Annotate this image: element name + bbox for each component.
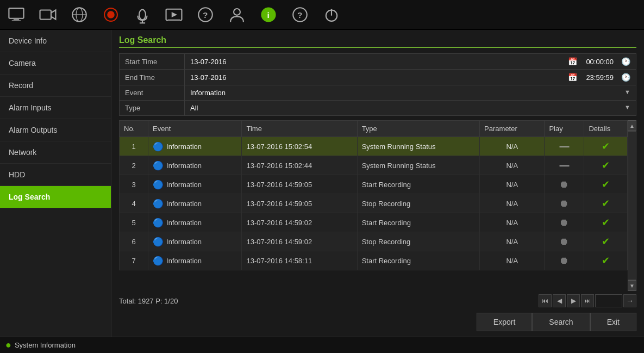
start-date-cell[interactable]: 13-07-2016 📅 00:00:00 🕐 [185,54,636,70]
row-time: 13-07-2016 14:59:05 [242,175,357,194]
record-icon[interactable] [100,4,122,26]
play-circle-icon[interactable]: ⏺ [559,236,569,247]
play-circle-icon[interactable]: ⏺ [559,255,569,266]
type-dropdown-arrow: ▼ [624,104,630,110]
row-event: 🔵 Information [148,251,242,270]
camera-icon[interactable] [37,4,59,26]
help-icon[interactable]: ? [195,4,216,26]
info-bubble-icon: 🔵 [153,199,164,209]
table-row[interactable]: 1 🔵 Information 13-07-2016 15:02:54 Syst… [120,137,628,156]
row-details[interactable]: ✔ [584,232,628,251]
monitor-icon[interactable] [5,4,27,26]
page-input[interactable] [595,294,622,307]
start-calendar-icon[interactable]: 📅 [568,57,577,66]
row-parameter: N/A [480,251,545,270]
sidebar-item-hdd[interactable]: HDD [0,164,111,186]
table-row[interactable]: 2 🔵 Information 13-07-2016 15:02:44 Syst… [120,156,628,175]
sidebar-item-alarm-inputs[interactable]: Alarm Inputs [0,97,111,119]
end-date-cell[interactable]: 13-07-2016 📅 23:59:59 🕐 [185,70,636,85]
statusbar: ● System Information [0,337,644,353]
network-globe-icon[interactable] [68,4,90,26]
row-play[interactable]: ⏺ [545,232,584,251]
table-row[interactable]: 4 🔵 Information 13-07-2016 14:59:05 Stop… [120,194,628,213]
page-next-btn[interactable]: ▶ [567,294,580,307]
export-button[interactable]: Export [477,313,532,331]
search-button[interactable]: Search [532,313,590,331]
svg-rect-0 [9,8,23,18]
row-details[interactable]: ✔ [584,194,628,213]
row-details[interactable]: ✔ [584,137,628,156]
row-details[interactable]: ✔ [584,175,628,194]
details-check-icon[interactable]: ✔ [602,179,610,190]
th-parameter: Parameter [480,121,545,137]
svg-marker-14 [172,11,177,17]
end-calendar-icon[interactable]: 📅 [568,73,577,82]
info-bubble-icon: 🔵 [153,237,164,247]
row-event: 🔵 Information [148,137,242,156]
event-value: Information [190,89,226,97]
page-go-btn[interactable]: → [623,294,636,307]
start-time-label: Start Time [120,54,185,70]
svg-rect-13 [168,19,180,21]
row-play[interactable]: ⏺ [545,175,584,194]
row-play[interactable]: ⏺ [545,251,584,270]
page-prev-btn[interactable]: ◀ [553,294,566,307]
sidebar-item-alarm-outputs[interactable]: Alarm Outputs [0,119,111,141]
end-clock-icon[interactable]: 🕐 [621,73,630,82]
details-check-icon[interactable]: ✔ [602,217,610,228]
row-parameter: N/A [480,194,545,213]
row-play[interactable]: ⏺ [545,194,584,213]
details-check-icon[interactable]: ✔ [602,160,610,171]
start-date-value: 13-07-2016 [190,58,227,66]
audio-icon[interactable] [132,4,153,26]
details-check-icon[interactable]: ✔ [602,198,610,209]
row-details[interactable]: ✔ [584,251,628,270]
row-type: Start Recording [357,213,479,232]
play-circle-icon[interactable]: ⏺ [559,179,569,190]
table-row[interactable]: 6 🔵 Information 13-07-2016 14:59:02 Stop… [120,232,628,251]
filter-table: Start Time 13-07-2016 📅 00:00:00 🕐 End T… [119,53,636,116]
details-check-icon[interactable]: ✔ [602,141,610,152]
question-circle-icon[interactable]: ? [289,4,311,26]
action-buttons: Export Search Exit [119,313,636,331]
scroll-up-btn[interactable]: ▲ [628,120,636,131]
sidebar-item-log-search[interactable]: Log Search [0,186,111,208]
table-row[interactable]: 7 🔵 Information 13-07-2016 14:58:11 Star… [120,251,628,270]
page-first-btn[interactable]: ⏮ [539,294,552,307]
details-check-icon[interactable]: ✔ [602,255,610,266]
row-play[interactable]: ⏺ [545,213,584,232]
row-details[interactable]: ✔ [584,156,628,175]
sidebar-item-camera[interactable]: Camera [0,52,111,75]
sidebar-item-device-info[interactable]: Device Info [0,30,111,52]
row-no: 2 [120,156,148,175]
user-icon[interactable] [226,4,248,26]
table-row[interactable]: 3 🔵 Information 13-07-2016 14:59:05 Star… [120,175,628,194]
row-no: 5 [120,213,148,232]
info-active-icon[interactable]: i [258,4,279,26]
scroll-track [628,131,636,280]
status-info-icon: ● [5,339,11,351]
details-check-icon[interactable]: ✔ [602,236,610,247]
exit-button[interactable]: Exit [590,313,636,331]
pagination-controls: ⏮ ◀ ▶ ⏭ → [539,294,636,307]
play-circle-icon[interactable]: ⏺ [559,217,569,228]
play-circle-icon[interactable]: ⏺ [559,198,569,209]
playback-icon[interactable] [163,4,185,26]
log-table: No. Event Time Type Parameter Play Detai… [119,120,628,270]
power-icon[interactable] [321,4,342,26]
row-details[interactable]: ✔ [584,213,628,232]
event-dropdown[interactable]: Information ▼ [185,85,636,101]
row-play[interactable]: — [545,156,584,175]
sidebar-item-record[interactable]: Record [0,75,111,97]
table-row[interactable]: 5 🔵 Information 13-07-2016 14:59:02 Star… [120,213,628,232]
sidebar-item-network[interactable]: Network [0,141,111,164]
page-last-btn[interactable]: ⏭ [581,294,594,307]
row-parameter: N/A [480,232,545,251]
type-dropdown[interactable]: All ▼ [185,101,636,116]
row-time: 13-07-2016 14:58:11 [242,251,357,270]
row-play[interactable]: — [545,137,584,156]
scroll-down-btn[interactable]: ▼ [628,280,636,291]
table-scrollbar[interactable]: ▲ ▼ [628,120,636,291]
main-layout: Device Info Camera Record Alarm Inputs A… [0,30,644,337]
start-clock-icon[interactable]: 🕐 [621,57,630,66]
